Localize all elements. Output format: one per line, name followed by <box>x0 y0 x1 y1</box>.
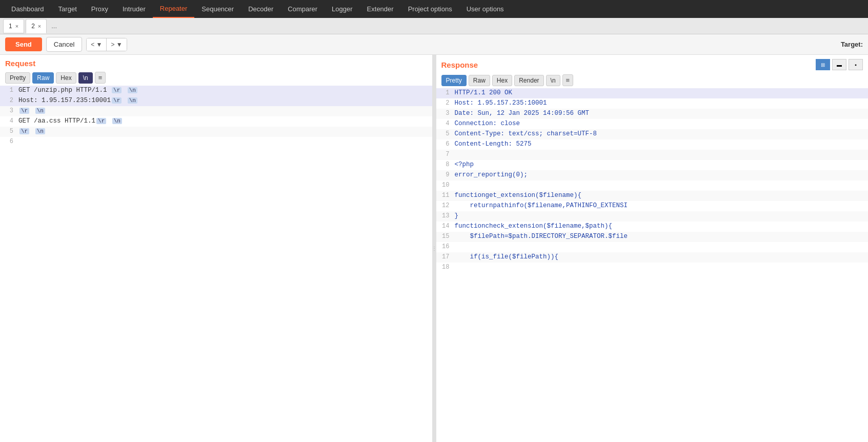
table-row: 7 <box>436 150 869 160</box>
nav-proxy[interactable]: Proxy <box>84 0 115 18</box>
target-label: Target: <box>841 41 863 48</box>
table-row: 3 Date: Sun, 12 Jan 2025 14:09:56 GMT <box>436 109 869 119</box>
table-row: 4 Connection: close <box>436 119 869 129</box>
history-nav: < ▼ > ▼ <box>86 38 127 51</box>
req-hex-btn[interactable]: Hex <box>56 72 76 84</box>
table-row: 1 HTTP/1.1 200 OK <box>436 88 869 98</box>
nav-project-options[interactable]: Project options <box>401 0 459 18</box>
nav-target[interactable]: Target <box>51 0 84 18</box>
table-row: 12 returnpathinfo($filename,PATHINFO_EXT… <box>436 201 869 211</box>
request-title: Request <box>5 59 35 68</box>
tab-more[interactable]: ... <box>48 22 60 30</box>
request-panel: Request Pretty Raw Hex \n ≡ 1 GET /unzip… <box>0 55 432 442</box>
top-navigation: Dashboard Target Proxy Intruder Repeater… <box>0 0 868 18</box>
nav-logger[interactable]: Logger <box>325 0 359 18</box>
response-code-area[interactable]: 1 HTTP/1.1 200 OK 2 Host: 1.95.157.235:1… <box>436 88 869 442</box>
table-row: 8 <?php <box>436 160 869 170</box>
prev-button[interactable]: < ▼ <box>87 38 107 51</box>
req-newline-btn[interactable]: \n <box>78 72 93 84</box>
resp-menu-btn[interactable]: ≡ <box>562 74 574 86</box>
response-format-bar: Pretty Raw Hex Render \n ≡ <box>436 72 869 88</box>
nav-comparer[interactable]: Comparer <box>280 0 325 18</box>
nav-intruder[interactable]: Intruder <box>115 0 153 18</box>
toolbar: Send Cancel < ▼ > ▼ Target: <box>0 34 868 55</box>
nav-extender[interactable]: Extender <box>360 0 401 18</box>
table-row: 11 functionget_extension($filename){ <box>436 191 869 201</box>
request-header: Request <box>0 55 432 70</box>
nav-dashboard[interactable]: Dashboard <box>4 0 51 18</box>
table-row: 6 Content-Length: 5275 <box>436 139 869 150</box>
table-row: 14 functioncheck_extension($filename,$pa… <box>436 222 869 232</box>
table-row: 2 Host: 1.95.157.235:10001\r \n <box>0 96 432 106</box>
table-row: 9 error_reporting(0); <box>436 170 869 180</box>
nav-repeater[interactable]: Repeater <box>153 0 194 18</box>
cancel-button[interactable]: Cancel <box>46 37 82 52</box>
view-split-btn[interactable]: ⊞ <box>816 59 830 70</box>
nav-decoder[interactable]: Decoder <box>241 0 280 18</box>
main-content: Request Pretty Raw Hex \n ≡ 1 GET /unzip… <box>0 55 868 442</box>
req-raw-btn[interactable]: Raw <box>32 72 54 84</box>
tab-2-close[interactable]: × <box>38 23 41 29</box>
view-single-btn[interactable]: ▪ <box>849 59 863 70</box>
req-menu-btn[interactable]: ≡ <box>95 72 106 84</box>
view-buttons: ⊞ ▬ ▪ <box>816 59 863 70</box>
table-row: 1 GET /unzip.php HTTP/1.1 \r \n <box>0 86 432 96</box>
table-row: 18 <box>436 263 869 273</box>
table-row: 10 <box>436 180 869 191</box>
table-row: 13 } <box>436 211 869 222</box>
request-code-area[interactable]: 1 GET /unzip.php HTTP/1.1 \r \n 2 Host: … <box>0 86 432 442</box>
next-button[interactable]: > ▼ <box>107 38 126 51</box>
table-row: 16 <box>436 242 869 252</box>
resp-pretty-btn[interactable]: Pretty <box>441 75 467 86</box>
panel-divider[interactable]: ⋮ <box>432 55 436 442</box>
table-row: 2 Host: 1.95.157.235:10001 <box>436 98 869 109</box>
nav-user-options[interactable]: User options <box>459 0 511 18</box>
req-pretty-btn[interactable]: Pretty <box>5 72 30 84</box>
tab-1[interactable]: 1 × <box>3 19 24 33</box>
tab-1-close[interactable]: × <box>15 23 18 29</box>
send-button[interactable]: Send <box>5 37 42 51</box>
nav-sequencer[interactable]: Sequencer <box>194 0 241 18</box>
view-horizontal-btn[interactable]: ▬ <box>832 59 846 70</box>
table-row: 4 GET /aa.css HTTP/1.1\r \n <box>0 116 432 127</box>
table-row: 3 \r \n <box>0 106 432 116</box>
response-title: Response <box>441 61 478 69</box>
table-row: 5 Content-Type: text/css; charset=UTF-8 <box>436 129 869 139</box>
response-panel: Response ⊞ ▬ ▪ Pretty Raw Hex Render \n … <box>436 55 869 442</box>
resp-raw-btn[interactable]: Raw <box>469 75 490 86</box>
table-row: 5 \r \n <box>0 127 432 137</box>
table-row: 15 $filePath=$path.DIRECTORY_SEPARATOR.$… <box>436 232 869 242</box>
tab-2[interactable]: 2 × <box>26 19 47 33</box>
resp-hex-btn[interactable]: Hex <box>492 75 512 86</box>
response-header: Response ⊞ ▬ ▪ <box>436 55 869 72</box>
resp-newline-btn[interactable]: \n <box>546 75 560 86</box>
resp-render-btn[interactable]: Render <box>514 75 543 86</box>
table-row: 6 <box>0 137 432 147</box>
table-row: 17 if(is_file($filePath)){ <box>436 252 869 263</box>
tab-bar: 1 × 2 × ... <box>0 18 868 34</box>
request-format-bar: Pretty Raw Hex \n ≡ <box>0 70 432 86</box>
